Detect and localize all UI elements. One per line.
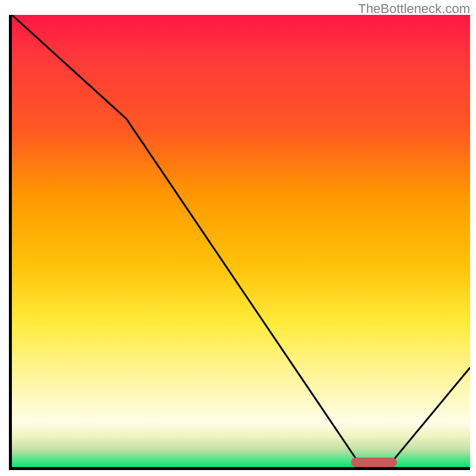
curve-line	[12, 15, 470, 467]
watermark-text: TheBottleneck.com	[358, 1, 470, 17]
optimal-marker	[351, 458, 397, 467]
x-axis	[9, 467, 470, 470]
chart-container: TheBottleneck.com	[0, 0, 476, 476]
